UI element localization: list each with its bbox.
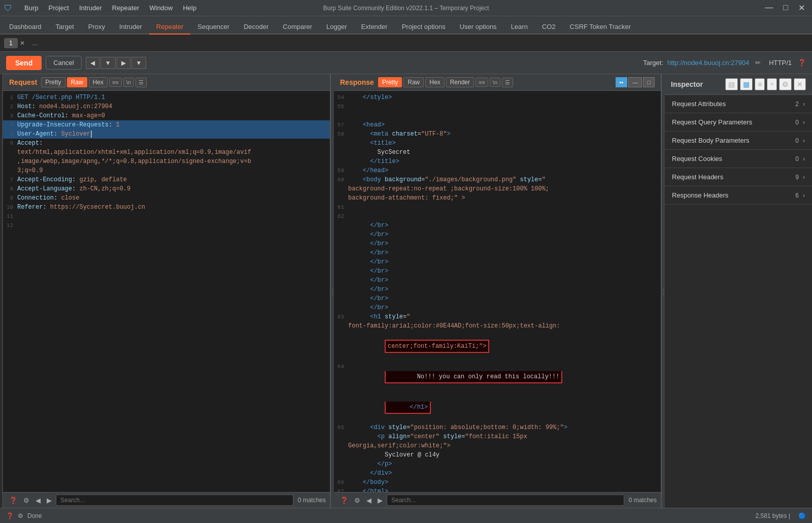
help-icon[interactable]: ❓ — [798, 59, 806, 67]
res-icon2[interactable]: \n — [490, 78, 500, 87]
request-code-area[interactable]: 1 GET /Secret.php HTTP/1.1 2 Host: node4… — [3, 91, 330, 492]
req-icon3[interactable]: ☰ — [136, 78, 147, 87]
line-num-9: 9 — [3, 193, 17, 203]
res-search-help-icon[interactable]: ❓ — [338, 496, 350, 505]
req-icon2[interactable]: \n — [123, 78, 134, 87]
res-br9: </br> — [334, 294, 661, 303]
inspector-align-icon[interactable]: ≡ — [755, 78, 765, 90]
response-match-count: 0 matches — [626, 497, 657, 504]
res-hex-btn[interactable]: Hex — [425, 77, 444, 87]
tab-repeater[interactable]: Repeater — [149, 20, 190, 35]
inspector-split-icon[interactable]: ÷ — [767, 78, 777, 90]
res-render-btn[interactable]: Render — [446, 77, 474, 87]
inspector-item-res-headers[interactable]: Response Headers 6 › — [665, 186, 812, 205]
req-hex-btn[interactable]: Hex — [89, 77, 108, 87]
tab-dashboard[interactable]: Dashboard — [2, 20, 49, 35]
req-accept-cont2: ,image/webp,image/apng,*/*;q=0.8,applica… — [17, 157, 330, 166]
inspector-item-body-params[interactable]: Request Body Parameters 0 › — [665, 132, 812, 150]
status-help-icon[interactable]: ❓ — [6, 512, 14, 519]
subtab-1[interactable]: 1 — [4, 38, 18, 48]
menu-window[interactable]: Window — [145, 3, 177, 13]
res-search-prev-icon[interactable]: ◀ — [364, 496, 374, 505]
res-raw-btn[interactable]: Raw — [403, 77, 424, 87]
tab-project-options[interactable]: Project options — [395, 20, 453, 35]
nav-dropdown2[interactable]: ▼ — [131, 57, 147, 69]
cancel-button[interactable]: Cancel — [46, 56, 81, 70]
inspector-item-cookies[interactable]: Request Cookies 0 › — [665, 150, 812, 168]
res-icon3[interactable]: ☰ — [502, 78, 513, 87]
inspector-item-query-params[interactable]: Request Query Parameters 0 › — [665, 113, 812, 132]
req-line-content-1: GET /Secret.php HTTP/1.1 — [17, 93, 330, 102]
req-icon1[interactable]: ≡≡ — [109, 78, 122, 87]
res-line-65: 65 <div style="position: absolute;bottom… — [334, 423, 661, 432]
tab-user-options[interactable]: User options — [453, 20, 504, 35]
tab-intruder[interactable]: Intruder — [112, 20, 149, 35]
res-num-59: 59 — [334, 166, 348, 175]
response-search-input[interactable] — [387, 495, 624, 506]
inspector-view-btn1[interactable]: ▤ — [725, 78, 738, 90]
req-search-help-icon[interactable]: ❓ — [7, 496, 19, 505]
res-search-settings-icon[interactable]: ⚙ — [352, 496, 362, 505]
tab-learn[interactable]: Learn — [504, 20, 535, 35]
res-content-65b: Georgia,serif;color:white;"> — [348, 441, 661, 450]
res-content-66: </body> — [348, 478, 661, 487]
tab-proxy[interactable]: Proxy — [81, 20, 112, 35]
tab-decoder[interactable]: Decoder — [236, 20, 276, 35]
tab-extender[interactable]: Extender — [354, 20, 395, 35]
nav-dropdown[interactable]: ▼ — [100, 57, 116, 69]
res-content-empty — [348, 111, 661, 120]
menu-project[interactable]: Project — [44, 3, 73, 13]
tab-comparer[interactable]: Comparer — [276, 20, 319, 35]
prev-button[interactable]: ◀ — [86, 57, 99, 69]
send-button[interactable]: Send — [6, 56, 42, 70]
response-code-area[interactable]: 54 </style> 55 57 <head> 58 <meta charse… — [334, 91, 661, 492]
status-settings-icon[interactable]: ⚙ — [18, 512, 23, 519]
subtab-more[interactable]: … — [27, 38, 43, 48]
inspector-item-req-headers[interactable]: Request Headers 9 › — [665, 168, 812, 186]
inspector-close-icon[interactable]: ✕ — [794, 78, 806, 90]
menu-intruder[interactable]: Intruder — [75, 3, 106, 13]
res-num-63a — [334, 321, 348, 331]
req-search-settings-icon[interactable]: ⚙ — [21, 496, 31, 505]
tab-sequencer[interactable]: Sequencer — [190, 20, 236, 35]
req-search-prev-icon[interactable]: ◀ — [33, 496, 43, 505]
menu-burp[interactable]: Burp — [20, 3, 42, 13]
req-line-6: 6 Accept: — [3, 139, 330, 148]
menu-help[interactable]: Help — [179, 3, 200, 13]
res-icon1[interactable]: ≡≡ — [476, 78, 488, 87]
tab-co2[interactable]: CO2 — [535, 20, 563, 35]
request-search-input[interactable] — [56, 495, 293, 506]
close-button[interactable]: ✕ — [795, 3, 808, 13]
menu-repeater[interactable]: Repeater — [108, 3, 143, 13]
res-search-next-icon[interactable]: ▶ — [376, 496, 385, 505]
inspector-settings-icon[interactable]: ⚙ — [779, 78, 792, 90]
res-line-60a: background-repeat:no-repeat ;background-… — [334, 184, 661, 193]
next-button[interactable]: ▶ — [117, 57, 130, 69]
minimize-button[interactable]: — — [762, 3, 776, 13]
view-single-btn[interactable]: □ — [643, 77, 655, 87]
tab-logger[interactable]: Logger — [319, 20, 354, 35]
inspector-item-request-attributes[interactable]: Request Attributes 2 › — [665, 95, 812, 113]
inspector-count-body-params: 0 — [795, 137, 799, 144]
req-raw-btn[interactable]: Raw — [67, 77, 87, 87]
res-line-57: 57 <head> — [334, 120, 661, 129]
subtab-close[interactable]: ✕ — [20, 40, 25, 47]
tab-target[interactable]: Target — [49, 20, 81, 35]
res-num-title2 — [334, 157, 348, 166]
line-num-5: 5 — [3, 129, 17, 139]
req-pretty-btn[interactable]: Pretty — [41, 77, 65, 87]
inspector-view-btn2[interactable]: ▦ — [740, 78, 753, 90]
req-line-content-3: Cache-Control: max-age=0 — [17, 111, 330, 120]
edit-target-icon[interactable]: ✏ — [755, 59, 761, 67]
res-br6: </br> — [334, 267, 661, 276]
req-line-8: 8 Accept-Language: zh-CN,zh;q=0.9 — [3, 184, 330, 193]
res-num-65e — [334, 469, 348, 478]
res-pretty-btn[interactable]: Pretty — [378, 77, 402, 87]
req-search-next-icon[interactable]: ▶ — [45, 496, 54, 505]
view-horizontal-btn[interactable]: — — [628, 77, 642, 87]
view-split-btn[interactable]: ▪▪ — [616, 77, 628, 87]
inspector-label-request-attributes: Request Attributes — [672, 100, 795, 108]
maximize-button[interactable]: □ — [780, 3, 791, 13]
tab-csrf[interactable]: CSRF Token Tracker — [563, 20, 638, 35]
target-url: http://node4.buuoj.cn:27904 — [667, 59, 749, 67]
